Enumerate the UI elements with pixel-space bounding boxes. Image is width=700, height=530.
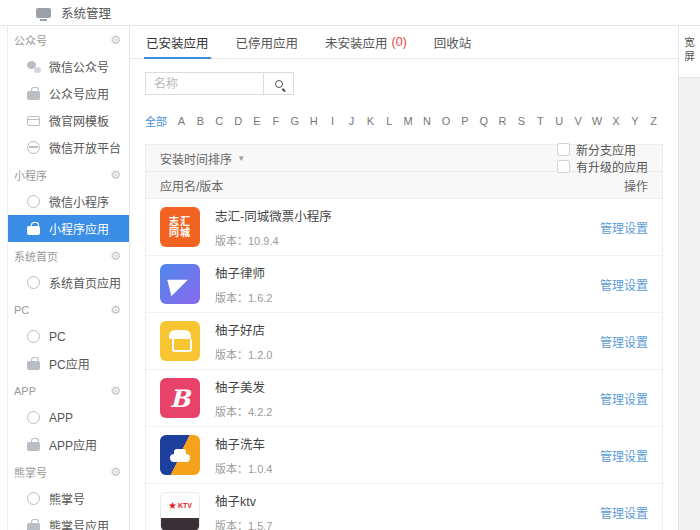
sidebar-item[interactable]: 微官网模板 [8, 107, 129, 134]
alphabet-letter[interactable]: J [342, 115, 361, 127]
app-name: 柚子美发 [215, 377, 600, 396]
beauty-icon: B [160, 378, 200, 418]
star-icon: ★ [168, 500, 177, 511]
sidebar-section-header: 小程序 ⚙ [8, 161, 129, 188]
microsite-template-icon [27, 116, 40, 126]
checkbox-icon[interactable] [557, 143, 570, 156]
table-row: B 柚子美发 版本：4.2.2 管理设置 [146, 370, 662, 427]
sidebar-item[interactable]: 微信小程序 [8, 188, 129, 215]
wechat-miniprogram-icon [27, 195, 40, 208]
alphabet-letter[interactable]: N [418, 115, 437, 127]
sidebar-item[interactable]: PC应用 [8, 350, 129, 377]
search-input[interactable] [145, 72, 263, 95]
chevron-down-icon: ▾ [239, 153, 244, 163]
sidebar-item[interactable]: 熊掌号应用 [8, 512, 129, 530]
alphabet-letter[interactable]: L [380, 115, 399, 127]
sidebar-item[interactable]: 小程序应用 [8, 215, 129, 242]
search-button[interactable] [263, 72, 294, 95]
manage-settings-link[interactable]: 管理设置 [600, 504, 648, 521]
filter-checkbox[interactable]: 有升级的应用 [557, 158, 648, 175]
gear-icon[interactable]: ⚙ [110, 466, 121, 478]
alphabet-letter[interactable]: U [550, 115, 569, 127]
sidebar-item[interactable]: PC [8, 323, 129, 350]
gear-icon[interactable]: ⚙ [110, 169, 121, 181]
table-row: ★KTV 柚子ktv 版本：1.5.7 管理设置 [146, 484, 662, 530]
alphabet-letter[interactable]: B [191, 115, 210, 127]
app-name: 柚子洗车 [215, 434, 600, 453]
alphabet-letter[interactable]: A [172, 115, 191, 127]
wechat-open-platform-icon [27, 141, 40, 154]
search-icon [275, 80, 283, 88]
pc-app-icon [27, 361, 40, 370]
tab[interactable]: 已停用应用 [236, 26, 299, 58]
table-row: 柚子律师 版本：1.6.2 管理设置 [146, 256, 662, 313]
manage-settings-link[interactable]: 管理设置 [600, 219, 648, 236]
manage-settings-link[interactable]: 管理设置 [600, 276, 648, 293]
gear-icon[interactable]: ⚙ [110, 304, 121, 316]
search-bar [145, 72, 663, 95]
app-icon [27, 411, 40, 424]
sidebar-item[interactable]: APP [8, 404, 129, 431]
tab-count-badge: (0) [392, 35, 407, 49]
alphabet-letter[interactable]: Q [474, 115, 493, 127]
alphabet-letter[interactable]: F [266, 115, 285, 127]
left-edge-rail [0, 26, 8, 530]
alphabet-letter[interactable]: P [455, 115, 474, 127]
alphabet-letter[interactable]: G [285, 115, 304, 127]
table-row: 柚子洗车 版本：1.0.4 管理设置 [146, 427, 662, 484]
sort-dropdown[interactable]: 安装时间排序 ▾ [160, 150, 244, 167]
manage-settings-link[interactable]: 管理设置 [600, 447, 648, 464]
column-header-action: 操作 [624, 177, 648, 194]
alphabet-letter[interactable]: V [569, 115, 588, 127]
sidebar-item[interactable]: 公众号应用 [8, 80, 129, 107]
tab-bar: 已安装应用 已停用应用 未安装应用 (0) 回收站 [130, 26, 678, 59]
plane-icon [160, 264, 200, 304]
app-version: 版本：1.0.4 [215, 460, 600, 476]
tab[interactable]: 回收站 [434, 26, 472, 58]
column-header-name: 应用名/版本 [160, 177, 624, 194]
carwash-icon [160, 435, 200, 475]
alphabet-all[interactable]: 全部 [145, 113, 167, 129]
filter-checkbox[interactable]: 新分支应用 [557, 141, 648, 158]
app-window: 系统管理 公众号 ⚙ 微信公众号 公众号应用 微官网模板 微信开放平台 小程序 … [0, 0, 700, 530]
alphabet-letter[interactable]: D [229, 115, 248, 127]
list-toolbar: 安装时间排序 ▾ 新分支应用 有升级的应用 [146, 145, 662, 172]
checkbox-icon[interactable] [557, 160, 570, 173]
alphabet-letter[interactable]: O [436, 115, 455, 127]
alphabet-letter[interactable]: Y [625, 115, 644, 127]
tab[interactable]: 已安装应用 [146, 26, 209, 58]
alphabet-letter[interactable]: K [361, 115, 380, 127]
alphabet-letter[interactable]: X [606, 115, 625, 127]
alphabet-letter[interactable]: I [323, 115, 342, 127]
table-row: 柚子好店 版本：1.2.0 管理设置 [146, 313, 662, 370]
gear-icon[interactable]: ⚙ [110, 34, 121, 46]
alphabet-letter[interactable]: H [304, 115, 323, 127]
alphabet-letter[interactable]: M [399, 115, 418, 127]
alphabet-letter[interactable]: Z [644, 115, 663, 127]
sidebar-item[interactable]: 微信开放平台 [8, 134, 129, 161]
page-title: 系统管理 [61, 3, 111, 22]
alphabet-letter[interactable]: T [531, 115, 550, 127]
alphabet-letter[interactable]: W [588, 115, 607, 127]
alphabet-letter[interactable]: E [248, 115, 267, 127]
sidebar: 公众号 ⚙ 微信公众号 公众号应用 微官网模板 微信开放平台 小程序 ⚙ 微信小… [8, 26, 130, 530]
gear-icon[interactable]: ⚙ [110, 385, 121, 397]
alphabet-letter[interactable]: S [512, 115, 531, 127]
sidebar-item[interactable]: 微信公众号 [8, 53, 129, 80]
manage-settings-link[interactable]: 管理设置 [600, 333, 648, 350]
sidebar-item[interactable]: 系统首页应用 [8, 269, 129, 296]
app-version: 版本：1.2.0 [215, 346, 600, 362]
app-version: 版本：10.9.4 [215, 232, 600, 248]
tab[interactable]: 未安装应用 (0) [325, 26, 407, 58]
gear-icon[interactable]: ⚙ [110, 250, 121, 262]
widescreen-toggle[interactable]: 宽屏 [679, 26, 700, 78]
system-monitor-icon [36, 8, 51, 18]
alphabet-letter[interactable]: R [493, 115, 512, 127]
manage-settings-link[interactable]: 管理设置 [600, 390, 648, 407]
sidebar-item[interactable]: 熊掌号 [8, 485, 129, 512]
system-home-app-icon [27, 276, 40, 289]
alphabet-letter[interactable]: C [210, 115, 229, 127]
sidebar-section-header: 系统首页 ⚙ [8, 242, 129, 269]
app-version: 版本：4.2.2 [215, 403, 600, 419]
sidebar-item[interactable]: APP应用 [8, 431, 129, 458]
